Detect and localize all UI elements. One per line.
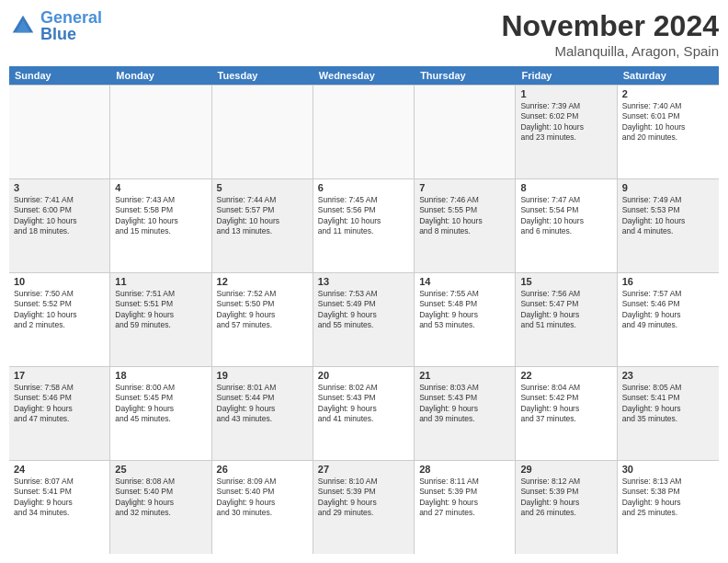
logo: General Blue <box>9 9 102 42</box>
calendar-cell <box>313 86 415 178</box>
day-info: Sunrise: 7:47 AM Sunset: 5:54 PM Dayligh… <box>520 195 611 237</box>
calendar-cell: 5Sunrise: 7:44 AM Sunset: 5:57 PM Daylig… <box>212 179 313 272</box>
calendar-cell <box>212 86 313 178</box>
day-info: Sunrise: 8:00 AM Sunset: 5:45 PM Dayligh… <box>115 383 206 425</box>
calendar-week: 17Sunrise: 7:58 AM Sunset: 5:46 PM Dayli… <box>9 366 719 460</box>
day-info: Sunrise: 7:57 AM Sunset: 5:46 PM Dayligh… <box>622 289 714 331</box>
calendar-header: SundayMondayTuesdayWednesdayThursdayFrid… <box>9 66 719 85</box>
day-number: 14 <box>419 276 510 287</box>
weekday-header: Saturday <box>618 66 719 85</box>
weekday-header: Monday <box>110 66 211 85</box>
calendar-cell: 17Sunrise: 7:58 AM Sunset: 5:46 PM Dayli… <box>9 367 110 460</box>
calendar-cell: 28Sunrise: 8:11 AM Sunset: 5:39 PM Dayli… <box>415 461 516 554</box>
day-number: 27 <box>318 464 409 475</box>
day-info: Sunrise: 8:01 AM Sunset: 5:44 PM Dayligh… <box>217 383 308 425</box>
logo-icon <box>9 12 37 40</box>
day-info: Sunrise: 7:55 AM Sunset: 5:48 PM Dayligh… <box>419 289 510 331</box>
calendar-cell: 22Sunrise: 8:04 AM Sunset: 5:42 PM Dayli… <box>516 367 617 460</box>
day-info: Sunrise: 7:39 AM Sunset: 6:02 PM Dayligh… <box>520 101 611 144</box>
calendar-cell: 3Sunrise: 7:41 AM Sunset: 6:00 PM Daylig… <box>9 179 110 272</box>
day-info: Sunrise: 8:11 AM Sunset: 5:39 PM Dayligh… <box>419 477 510 519</box>
calendar-week: 3Sunrise: 7:41 AM Sunset: 6:00 PM Daylig… <box>9 178 719 272</box>
calendar-cell: 13Sunrise: 7:53 AM Sunset: 5:49 PM Dayli… <box>313 273 415 366</box>
day-info: Sunrise: 8:07 AM Sunset: 5:41 PM Dayligh… <box>14 477 105 519</box>
day-info: Sunrise: 8:13 AM Sunset: 5:38 PM Dayligh… <box>622 477 714 519</box>
weekday-header: Thursday <box>415 66 516 85</box>
day-number: 30 <box>622 464 714 475</box>
day-number: 29 <box>520 464 611 475</box>
day-number: 9 <box>622 182 714 193</box>
calendar-cell: 7Sunrise: 7:46 AM Sunset: 5:55 PM Daylig… <box>415 179 516 272</box>
day-number: 6 <box>318 182 409 193</box>
day-info: Sunrise: 7:58 AM Sunset: 5:46 PM Dayligh… <box>14 383 105 425</box>
day-number: 24 <box>14 464 105 475</box>
day-number: 17 <box>14 370 105 381</box>
day-info: Sunrise: 7:44 AM Sunset: 5:57 PM Dayligh… <box>217 195 308 237</box>
day-number: 21 <box>419 370 510 381</box>
calendar-cell: 8Sunrise: 7:47 AM Sunset: 5:54 PM Daylig… <box>516 179 617 272</box>
day-number: 23 <box>622 370 714 381</box>
day-number: 26 <box>217 464 308 475</box>
calendar-cell: 18Sunrise: 8:00 AM Sunset: 5:45 PM Dayli… <box>110 367 211 460</box>
calendar-cell: 24Sunrise: 8:07 AM Sunset: 5:41 PM Dayli… <box>9 461 110 554</box>
calendar-cell: 30Sunrise: 8:13 AM Sunset: 5:38 PM Dayli… <box>618 461 719 554</box>
day-number: 7 <box>419 182 510 193</box>
weekday-header: Friday <box>516 66 617 85</box>
weekday-header: Sunday <box>9 66 110 85</box>
day-info: Sunrise: 8:09 AM Sunset: 5:40 PM Dayligh… <box>217 477 308 519</box>
calendar-cell <box>415 86 516 178</box>
day-number: 16 <box>622 276 714 287</box>
day-info: Sunrise: 8:12 AM Sunset: 5:39 PM Dayligh… <box>520 477 611 519</box>
day-info: Sunrise: 7:52 AM Sunset: 5:50 PM Dayligh… <box>217 289 308 331</box>
day-info: Sunrise: 7:40 AM Sunset: 6:01 PM Dayligh… <box>622 101 714 144</box>
day-number: 2 <box>622 88 714 99</box>
calendar-week: 24Sunrise: 8:07 AM Sunset: 5:41 PM Dayli… <box>9 460 719 554</box>
calendar-cell: 27Sunrise: 8:10 AM Sunset: 5:39 PM Dayli… <box>313 461 415 554</box>
title-block: November 2024 Malanquilla, Aragon, Spain <box>501 9 719 59</box>
calendar-cell: 26Sunrise: 8:09 AM Sunset: 5:40 PM Dayli… <box>212 461 313 554</box>
day-number: 18 <box>115 370 206 381</box>
calendar-cell: 23Sunrise: 8:05 AM Sunset: 5:41 PM Dayli… <box>618 367 719 460</box>
day-info: Sunrise: 8:10 AM Sunset: 5:39 PM Dayligh… <box>318 477 409 519</box>
calendar-cell: 4Sunrise: 7:43 AM Sunset: 5:58 PM Daylig… <box>110 179 211 272</box>
calendar-week: 10Sunrise: 7:50 AM Sunset: 5:52 PM Dayli… <box>9 272 719 366</box>
day-number: 12 <box>217 276 308 287</box>
day-number: 4 <box>115 182 206 193</box>
day-number: 19 <box>217 370 308 381</box>
weekday-header: Wednesday <box>313 66 415 85</box>
day-info: Sunrise: 8:05 AM Sunset: 5:41 PM Dayligh… <box>622 383 714 425</box>
calendar-cell: 9Sunrise: 7:49 AM Sunset: 5:53 PM Daylig… <box>618 179 719 272</box>
day-number: 1 <box>520 88 611 99</box>
header: General Blue November 2024 Malanquilla, … <box>9 9 719 59</box>
calendar-week: 1Sunrise: 7:39 AM Sunset: 6:02 PM Daylig… <box>9 85 719 178</box>
day-info: Sunrise: 7:49 AM Sunset: 5:53 PM Dayligh… <box>622 195 714 237</box>
calendar-cell <box>110 86 211 178</box>
calendar-cell: 6Sunrise: 7:45 AM Sunset: 5:56 PM Daylig… <box>313 179 415 272</box>
calendar-cell: 2Sunrise: 7:40 AM Sunset: 6:01 PM Daylig… <box>618 86 719 178</box>
day-info: Sunrise: 8:02 AM Sunset: 5:43 PM Dayligh… <box>318 383 409 425</box>
calendar-cell: 11Sunrise: 7:51 AM Sunset: 5:51 PM Dayli… <box>110 273 211 366</box>
weekday-header: Tuesday <box>212 66 313 85</box>
day-number: 13 <box>318 276 409 287</box>
calendar-cell: 10Sunrise: 7:50 AM Sunset: 5:52 PM Dayli… <box>9 273 110 366</box>
day-info: Sunrise: 7:46 AM Sunset: 5:55 PM Dayligh… <box>419 195 510 237</box>
day-info: Sunrise: 7:41 AM Sunset: 6:00 PM Dayligh… <box>14 195 105 237</box>
calendar-cell: 21Sunrise: 8:03 AM Sunset: 5:43 PM Dayli… <box>415 367 516 460</box>
day-number: 22 <box>520 370 611 381</box>
day-info: Sunrise: 8:03 AM Sunset: 5:43 PM Dayligh… <box>419 383 510 425</box>
day-info: Sunrise: 7:45 AM Sunset: 5:56 PM Dayligh… <box>318 195 409 237</box>
day-number: 5 <box>217 182 308 193</box>
day-number: 8 <box>520 182 611 193</box>
calendar-body: 1Sunrise: 7:39 AM Sunset: 6:02 PM Daylig… <box>9 85 719 554</box>
day-number: 11 <box>115 276 206 287</box>
day-number: 20 <box>318 370 409 381</box>
day-info: Sunrise: 7:50 AM Sunset: 5:52 PM Dayligh… <box>14 289 105 331</box>
day-number: 28 <box>419 464 510 475</box>
day-info: Sunrise: 7:51 AM Sunset: 5:51 PM Dayligh… <box>115 289 206 331</box>
logo-text: General Blue <box>40 9 102 42</box>
calendar-cell: 19Sunrise: 8:01 AM Sunset: 5:44 PM Dayli… <box>212 367 313 460</box>
calendar-cell: 20Sunrise: 8:02 AM Sunset: 5:43 PM Dayli… <box>313 367 415 460</box>
calendar-cell: 14Sunrise: 7:55 AM Sunset: 5:48 PM Dayli… <box>415 273 516 366</box>
calendar-cell: 29Sunrise: 8:12 AM Sunset: 5:39 PM Dayli… <box>516 461 617 554</box>
calendar-cell: 1Sunrise: 7:39 AM Sunset: 6:02 PM Daylig… <box>516 86 617 178</box>
